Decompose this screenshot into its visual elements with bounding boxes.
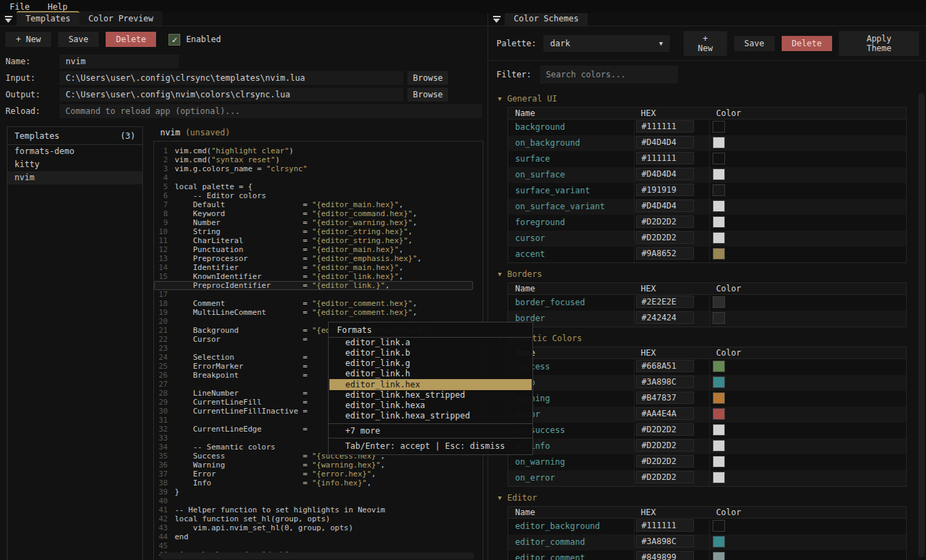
color-swatch[interactable] bbox=[713, 312, 725, 324]
color-row[interactable]: surface#111111 bbox=[508, 151, 906, 167]
color-swatch[interactable] bbox=[713, 424, 725, 436]
color-filter-input[interactable] bbox=[540, 66, 678, 84]
code-line-current[interactable]: 16 PreprocIdentifier = "{editor_link.}", bbox=[154, 281, 473, 290]
color-row[interactable]: on_success#D2D2D2 bbox=[508, 423, 906, 438]
color-row[interactable]: border#242424 bbox=[508, 311, 906, 327]
color-hex-value[interactable]: #242424 bbox=[636, 311, 694, 324]
color-hex-value[interactable]: #849899 bbox=[636, 551, 694, 560]
color-row[interactable]: editor_comment#849899 bbox=[508, 550, 906, 560]
code-line[interactable]: 9 Number = "{editor_warning.hex}", bbox=[154, 218, 483, 227]
code-line[interactable]: 42local function set_hl(group, opts) bbox=[154, 514, 483, 523]
color-row[interactable]: on_surface_variant#D4D4D4 bbox=[508, 199, 906, 215]
color-row[interactable]: border_focused#2E2E2E bbox=[508, 295, 906, 311]
reload-command-input[interactable] bbox=[59, 104, 482, 118]
color-swatch[interactable] bbox=[713, 137, 725, 148]
code-line[interactable]: 8 Keyword = "{editor_command.hex}", bbox=[154, 209, 483, 218]
color-row[interactable]: on_warning#D2D2D2 bbox=[508, 454, 906, 470]
code-line[interactable]: 45 bbox=[154, 541, 483, 550]
tab-templates[interactable]: Templates bbox=[17, 11, 79, 26]
template-list-item[interactable]: kitty bbox=[8, 158, 142, 171]
color-swatch[interactable] bbox=[713, 520, 725, 532]
code-line[interactable]: 10 String = "{editor_string.hex}", bbox=[154, 227, 483, 236]
color-hex-value[interactable]: #D4D4D4 bbox=[636, 136, 694, 148]
code-line[interactable]: 5local palette = { bbox=[154, 182, 483, 191]
code-line[interactable]: 12 Punctuation = "{editor_main.hex}", bbox=[154, 245, 483, 254]
code-line[interactable]: 43 vim.api.nvim_set_hl(0, group, opts) bbox=[154, 523, 483, 532]
color-swatch[interactable] bbox=[713, 184, 725, 196]
color-hex-value[interactable]: #9A8652 bbox=[636, 247, 694, 260]
template-list-item[interactable]: formats-demo bbox=[8, 145, 142, 158]
color-swatch[interactable] bbox=[713, 200, 725, 212]
code-line[interactable]: 17 bbox=[154, 290, 483, 299]
popup-more-indicator[interactable]: +7 more bbox=[329, 423, 532, 438]
color-swatch[interactable] bbox=[713, 472, 725, 483]
new-template-button[interactable]: + New bbox=[6, 32, 51, 47]
code-line[interactable]: 4 bbox=[154, 173, 483, 182]
code-line[interactable]: 7 Default = "{editor_main.hex}", bbox=[154, 200, 483, 209]
horizontal-scrollbar[interactable] bbox=[160, 552, 474, 559]
color-hex-value[interactable]: #D2D2D2 bbox=[636, 215, 694, 228]
code-line[interactable]: 37 Error = "{error.hex}", bbox=[154, 470, 483, 479]
color-row[interactable]: editor_background#111111 bbox=[508, 519, 906, 534]
section-header[interactable]: ▼General UI bbox=[498, 94, 915, 104]
collapse-all-icon[interactable] bbox=[5, 16, 12, 23]
name-input[interactable] bbox=[59, 55, 179, 68]
color-row[interactable]: warning#B47837 bbox=[508, 391, 906, 407]
popup-format-option[interactable]: editor_link.a bbox=[329, 338, 532, 348]
section-header[interactable]: ▼Editor bbox=[498, 493, 915, 503]
section-header[interactable]: ▼Semantic Colors bbox=[498, 334, 915, 343]
popup-format-option[interactable]: editor_link.hex bbox=[329, 379, 532, 390]
scrollbar-thumb[interactable] bbox=[918, 93, 925, 557]
code-line[interactable]: 39} bbox=[154, 487, 483, 496]
color-swatch[interactable] bbox=[713, 216, 725, 228]
color-swatch[interactable] bbox=[713, 296, 725, 308]
color-swatch[interactable] bbox=[713, 536, 725, 548]
code-line[interactable]: 13 Preprocessor = "{editor_emphasis.hex}… bbox=[154, 254, 483, 263]
code-line[interactable]: 44end bbox=[154, 532, 483, 541]
color-hex-value[interactable]: #D2D2D2 bbox=[636, 439, 694, 452]
section-header[interactable]: ▼Borders bbox=[498, 269, 915, 279]
menu-help[interactable]: Help bbox=[48, 2, 68, 12]
popup-format-option[interactable]: editor_link.b bbox=[329, 348, 532, 358]
code-line[interactable]: 11 CharLiteral = "{editor_string.hex}", bbox=[154, 236, 483, 245]
code-line[interactable]: 41-- Helper function to set highlights i… bbox=[154, 505, 483, 514]
code-line[interactable]: 6 -- Editor colors bbox=[154, 191, 483, 200]
color-swatch[interactable] bbox=[713, 168, 725, 180]
delete-template-button[interactable]: Delete bbox=[106, 32, 156, 47]
save-palette-button[interactable]: Save bbox=[734, 36, 775, 51]
save-template-button[interactable]: Save bbox=[58, 32, 99, 47]
output-browse-button[interactable]: Browse bbox=[407, 88, 448, 102]
code-line[interactable]: 2vim.cmd("syntax reset") bbox=[154, 155, 483, 164]
apply-theme-button[interactable]: Apply Theme bbox=[839, 31, 919, 56]
vertical-scrollbar[interactable] bbox=[918, 93, 925, 557]
code-line[interactable]: 36 Warning = "{warning.hex}", bbox=[154, 461, 483, 470]
color-row[interactable]: success#668A51 bbox=[508, 359, 906, 375]
collapse-all-icon[interactable] bbox=[493, 16, 501, 23]
palette-select[interactable]: dark ▼ bbox=[543, 35, 670, 52]
popup-format-option[interactable]: editor_link.hex_stripped bbox=[329, 390, 532, 400]
color-swatch[interactable] bbox=[713, 121, 725, 133]
color-swatch[interactable] bbox=[713, 552, 725, 560]
color-hex-value[interactable]: #111111 bbox=[636, 152, 694, 164]
new-palette-button[interactable]: + New bbox=[684, 31, 727, 56]
code-line[interactable]: 38 Info = "{info.hex}", bbox=[154, 479, 483, 487]
input-browse-button[interactable]: Browse bbox=[407, 71, 448, 85]
color-row[interactable]: cursor#D2D2D2 bbox=[508, 231, 906, 247]
color-swatch[interactable] bbox=[713, 408, 725, 420]
color-hex-value[interactable]: #2E2E2E bbox=[636, 296, 694, 308]
color-hex-value[interactable]: #D2D2D2 bbox=[636, 231, 694, 244]
code-line[interactable]: 3vim.g.colors_name = "clrsync" bbox=[154, 164, 483, 173]
popup-format-option[interactable]: editor_link.hexa_stripped bbox=[329, 411, 532, 421]
color-hex-value[interactable]: #AA4E4A bbox=[636, 407, 694, 420]
code-line[interactable]: 1vim.cmd("highlight clear") bbox=[154, 146, 483, 155]
color-row[interactable]: accent#9A8652 bbox=[508, 247, 906, 262]
color-hex-value[interactable]: #668A51 bbox=[636, 360, 694, 372]
code-line[interactable]: 14 Identifier = "{editor_main.hex}", bbox=[154, 263, 483, 272]
color-hex-value[interactable]: #3A898C bbox=[636, 376, 694, 388]
color-swatch[interactable] bbox=[713, 248, 725, 260]
color-hex-value[interactable]: #D2D2D2 bbox=[636, 455, 694, 467]
color-swatch[interactable] bbox=[713, 392, 725, 404]
popup-format-option[interactable]: editor_link.g bbox=[329, 358, 532, 369]
input-path-field[interactable] bbox=[59, 71, 403, 85]
color-row[interactable]: surface_variant#191919 bbox=[508, 183, 906, 199]
